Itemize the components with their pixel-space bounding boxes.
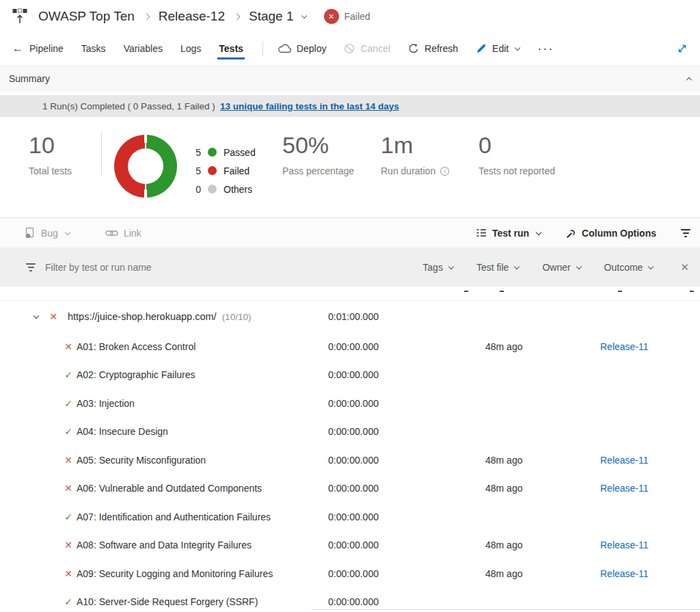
test-run-group-row[interactable]: ✕ https://juice-shop.herokuapp.com/ (10/…	[0, 301, 700, 332]
test-name: A07: Identification and Authentication F…	[77, 511, 271, 522]
test-file-label: Test file	[476, 262, 509, 273]
filter-outcome-dropdown[interactable]: Outcome	[604, 262, 654, 273]
wrench-icon	[565, 228, 576, 239]
runs-summary-bar: 1 Run(s) Completed ( 0 Passed, 1 Failed …	[0, 95, 700, 117]
failed-on-release-link[interactable]: Release-11	[600, 483, 649, 494]
breadcrumb-stage[interactable]: Stage 1	[249, 9, 294, 24]
failed-dot-icon	[208, 166, 217, 175]
clipped-header-glyph	[618, 291, 622, 292]
close-filter-bar-icon[interactable]: ✕	[680, 261, 689, 274]
tab-variables[interactable]: Variables	[124, 33, 163, 64]
filter-input[interactable]: Filter by test or run name	[45, 262, 152, 273]
tab-tasks[interactable]: Tasks	[81, 33, 106, 64]
breadcrumb-project[interactable]: OWASP Top Ten	[38, 9, 135, 24]
divider	[262, 41, 263, 56]
group-by-chevron-icon	[536, 229, 541, 235]
tab-logs[interactable]: Logs	[180, 33, 201, 64]
owner-label: Owner	[542, 262, 570, 273]
expander-chevron-icon[interactable]	[33, 312, 39, 318]
unique-failing-tests-link[interactable]: 13 unique failing tests in the last 14 d…	[220, 101, 399, 111]
filter-owner-dropdown[interactable]: Owner	[542, 262, 580, 273]
breadcrumb-release[interactable]: Release-12	[159, 9, 225, 24]
create-bug-button[interactable]: Bug	[25, 227, 70, 239]
column-options-label: Column Options	[582, 228, 656, 239]
results-table: ✕ https://juice-shop.herokuapp.com/ (10/…	[0, 287, 700, 612]
more-actions-button[interactable]: ···	[537, 45, 554, 52]
link-label: Link	[124, 228, 142, 239]
chevron-down-icon	[576, 263, 581, 269]
test-name: A01: Broken Access Control	[77, 341, 196, 352]
edit-button[interactable]: Edit	[476, 43, 520, 54]
deploy-button[interactable]: Deploy	[278, 43, 327, 54]
donut-legend: 5 Passed 5 Failed 0 Others	[193, 143, 256, 198]
refresh-button[interactable]: Refresh	[408, 43, 458, 54]
test-name: A09: Security Logging and Monitoring Fai…	[77, 568, 273, 579]
pass-percentage-stat: 50% Pass percentage	[282, 132, 354, 176]
clipped-header-glyph	[500, 291, 504, 292]
info-icon[interactable]: i	[440, 167, 449, 176]
stage-status-badge: ✕ Failed	[324, 9, 371, 24]
bug-work-item-icon	[25, 227, 36, 239]
runs-completed-text: 1 Run(s) Completed ( 0 Passed, 1 Failed …	[42, 101, 215, 111]
test-row[interactable]: ✓ A10: Server-Side Request Forgery (SSRF…	[0, 588, 700, 612]
deploy-label: Deploy	[297, 43, 327, 54]
test-duration: 0:00:00.000	[328, 511, 379, 522]
failed-on-release-link[interactable]: Release-11	[600, 455, 649, 466]
link-button[interactable]: Link	[105, 228, 142, 239]
test-duration: 0:00:00.000	[328, 398, 379, 409]
stage-dropdown-chevron-icon[interactable]	[301, 12, 306, 18]
test-duration: 0:00:00.000	[328, 568, 379, 579]
test-row[interactable]: ✓ A07: Identification and Authentication…	[0, 503, 700, 531]
test-row[interactable]: ✕ A08: Software and Data Integrity Failu…	[0, 531, 700, 560]
test-name: A03: Injection	[77, 398, 135, 409]
test-row[interactable]: ✕ A09: Security Logging and Monitoring F…	[0, 559, 700, 588]
others-dot-icon	[208, 185, 217, 194]
release-tests-page: OWASP Top Ten Release-12 Stage 1 ✕ Faile…	[0, 0, 700, 612]
test-duration: 0:00:00.000	[328, 455, 379, 466]
test-row[interactable]: ✓ A03: Injection 0:00:00.000	[0, 389, 700, 418]
filter-tags-dropdown[interactable]: Tags	[422, 262, 453, 273]
fullscreen-expand-icon[interactable]	[677, 43, 688, 54]
toggle-filter-bar-icon[interactable]	[681, 229, 690, 237]
outcome-icon: ✓	[63, 426, 74, 437]
test-duration: 0:00:00.000	[328, 596, 379, 607]
test-row[interactable]: ✕ A05: Security Misconfiguration 0:00:00…	[0, 446, 700, 475]
failed-on-release-link[interactable]: Release-11	[600, 341, 649, 352]
tests-not-reported-value: 0	[479, 132, 555, 158]
pencil-icon	[476, 43, 487, 54]
test-row[interactable]: ✓ A04: Insecure Design 0:00:00.000	[0, 418, 700, 447]
failed-on-release-link[interactable]: Release-11	[600, 568, 649, 579]
tab-tests[interactable]: Tests	[219, 33, 243, 64]
collapse-chevron-icon[interactable]	[686, 77, 692, 82]
outcome-icon: ✓	[63, 596, 74, 607]
filter-bar: Filter by test or run name Tags Test fil…	[0, 248, 700, 287]
chevron-down-icon	[448, 263, 454, 269]
outcome-icon: ✕	[63, 483, 74, 494]
outcome-icon: ✕	[63, 341, 74, 352]
results-toolbar: Bug Link Test run C	[0, 217, 700, 248]
back-to-pipeline-button[interactable]: ← Pipeline	[12, 42, 64, 55]
failed-label: Failed	[224, 165, 250, 176]
others-label: Others	[224, 184, 252, 195]
test-row[interactable]: ✓ A02: Cryptographic Failures 0:00:00.00…	[0, 361, 700, 390]
release-pipeline-icon	[12, 8, 27, 25]
pass-percentage-value: 50%	[282, 132, 354, 158]
others-count: 0	[193, 184, 201, 195]
test-duration: 0:00:00.000	[328, 426, 379, 437]
outcome-icon: ✓	[63, 511, 74, 522]
summary-section-header[interactable]: Summary	[0, 66, 700, 91]
summary-stats: 10 Total tests 5 Passed 5 Failed 0 Other…	[0, 117, 700, 217]
test-row[interactable]: ✕ A01: Broken Access Control 0:00:00.000…	[0, 332, 700, 361]
column-options-button[interactable]: Column Options	[565, 228, 656, 239]
test-name: A04: Insecure Design	[77, 426, 168, 437]
back-label: Pipeline	[29, 43, 64, 54]
run-duration-label: Run duration	[381, 165, 435, 176]
failing-since: 48m ago	[485, 455, 522, 466]
cancel-button[interactable]: Cancel	[344, 43, 390, 54]
failed-on-release-link[interactable]: Release-11	[600, 540, 649, 550]
filter-test-file-dropdown[interactable]: Test file	[476, 262, 519, 273]
group-by-test-run-button[interactable]: Test run	[476, 228, 541, 239]
refresh-icon	[408, 43, 419, 54]
test-row[interactable]: ✕ A06: Vulnerable and Outdated Component…	[0, 475, 700, 503]
test-name: A02: Cryptographic Failures	[77, 369, 196, 380]
